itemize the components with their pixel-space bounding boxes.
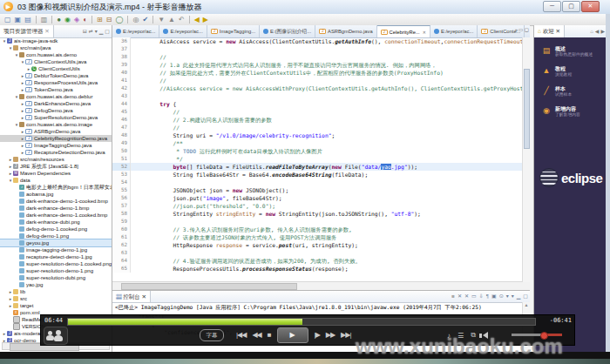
tree-item[interactable]: ▾com.huawei.ais.demo — [0, 51, 112, 58]
save-icon[interactable]: ▣ — [13, 15, 24, 25]
welcome-item-new[interactable]: ◉新增内容了解新增内容 — [541, 106, 607, 118]
tree-item[interactable]: ▸JDarkEnhanceDemo.java — [0, 100, 112, 107]
last-edit-location-icon[interactable]: ↶ — [177, 15, 186, 25]
close-button[interactable]: ✕ — [581, 1, 600, 12]
tree-item[interactable]: aobama.jpg — [0, 191, 112, 198]
forward-icon[interactable]: ▶ — [201, 15, 210, 25]
console-tab[interactable]: ▦ 控制台 ✕ — [112, 291, 151, 302]
tree-item[interactable]: ▾JClientContextUtils.java — [0, 58, 112, 65]
pin-console-icon[interactable]: ⊙ — [499, 293, 504, 299]
prev-annotation-icon[interactable]: ▲ — [166, 15, 177, 25]
welcome-item-wand[interactable]: ╱样本试用样本 — [541, 86, 607, 98]
coverage-icon[interactable]: ◐ — [81, 15, 89, 25]
view-menu-icon[interactable]: ▾ — [95, 29, 98, 34]
editor-tab[interactable]: JCelebrityRe...✕ — [377, 25, 430, 37]
tree-item[interactable]: ▸JImageTaggingDemo.java — [0, 142, 112, 149]
minimize-button[interactable]: ─ — [543, 1, 561, 12]
welcome-item-cap[interactable]: ▲教程浏览教程 — [541, 66, 607, 78]
tree-item[interactable]: ▸JASRBgmDemo.java — [0, 128, 112, 135]
debug-icon[interactable]: ● — [55, 15, 63, 25]
avatar-button[interactable] — [44, 327, 68, 345]
tree-item[interactable]: ▸JResponseProcessUtils.java — [0, 79, 112, 86]
tree-item[interactable]: ▸JJRE 系统库 [JavaSE-1.8] — [0, 163, 112, 170]
minimize-icon[interactable]: ▁ — [517, 293, 521, 299]
editor-hscrollbar[interactable] — [112, 281, 530, 290]
maximize-button[interactable]: ▢ — [562, 1, 580, 12]
play-button[interactable]: ▶ — [277, 327, 308, 343]
code-editor[interactable]: E:/eyepor/ac...E:/eyepor/ac...JImageTagg… — [112, 25, 530, 290]
clear-console-icon[interactable]: ▭ — [471, 293, 477, 299]
editor-tab[interactable]: JASRBgmDemo.java — [315, 25, 377, 37]
run-icon[interactable]: ◉ — [63, 15, 72, 25]
video-frame[interactable]: ▢▣▤▥●◉◈◐⊞⊟◯◎✔▼▲↶◀▶ 项目资源管理器 ✕ ⊟⇄▾▁▢ ▾Jais… — [0, 14, 610, 352]
task-icon[interactable]: ✔ — [140, 15, 150, 25]
back-icon[interactable]: ◀ — [193, 15, 201, 25]
tree-item[interactable]: ♪电影史上最经典的bgm！日本黑帮女老大霸气出场 — [0, 184, 112, 191]
minimize-panel-icon[interactable]: ▁ — [99, 29, 104, 34]
tree-item[interactable]: ▸JCelebrityRecognitionDemo.java — [0, 135, 112, 142]
terminate-icon[interactable]: ■ — [451, 293, 455, 299]
tree-item[interactable]: geyou.jpg — [0, 239, 112, 246]
welcome-tab[interactable]: ⌂ 欢迎 ✕ — [534, 25, 565, 37]
tree-item[interactable]: ▸lib — [0, 288, 112, 295]
tree-item[interactable]: ▸JSuperResolutionDemo.java — [0, 114, 112, 121]
next-annotation-icon[interactable]: ▼ — [156, 15, 166, 25]
tree-item[interactable]: defog-demo-1.png — [0, 233, 112, 239]
tree-item[interactable]: ▾Jais-image-java-sdk — [0, 37, 112, 44]
back-icon[interactable]: ◀ — [595, 29, 600, 34]
show-stdout-icon[interactable]: ▣ — [491, 293, 497, 299]
scroll-lock-icon[interactable]: ⇩ — [479, 293, 484, 299]
home-icon[interactable]: ⌂ — [590, 29, 593, 34]
editor-tab[interactable]: E:(图像识别介绍... — [260, 25, 315, 37]
open-console-icon[interactable]: ▾ — [512, 293, 514, 299]
tree-item[interactable]: defog-demo-1.cooked.png — [0, 226, 112, 233]
welcome-item-book[interactable]: ▤概述获取熟悉部件的概述 — [541, 46, 607, 57]
tree-item[interactable]: super-resolution-demo-1.cooked.png — [0, 260, 112, 267]
editor-minmax-icons[interactable]: ▭ ▢ — [518, 27, 529, 32]
tab-overflow-icon[interactable]: » — [515, 27, 518, 32]
tree-item[interactable]: ▾src/main/java — [0, 44, 112, 51]
tree-item[interactable]: ▸CClientContextUtils — [0, 65, 112, 72]
editor-tab[interactable]: E:/eyepor/ac... — [159, 25, 207, 37]
tree-item[interactable]: dark-enhance-demo-1-cooked.bmp — [0, 198, 112, 205]
print-icon[interactable]: ▥ — [39, 15, 50, 25]
rewind-button[interactable]: ◀◀ — [252, 327, 261, 343]
progress-bar[interactable] — [67, 318, 536, 326]
tree-item[interactable]: ▾com.huawei.ais.demo.image — [0, 121, 112, 128]
editor-tab[interactable]: JImageTagging... — [207, 25, 260, 37]
word-wrap-icon[interactable]: ¶ — [486, 293, 489, 299]
next-button[interactable]: ▶▶| — [341, 327, 350, 343]
tree-item[interactable]: ▸JDefogDemo.java — [0, 107, 112, 114]
tree-item[interactable]: ▸MMaven Dependencies — [0, 170, 112, 177]
new-wizard-icon[interactable]: ▢ — [3, 15, 13, 25]
editor-tab[interactable]: E:/eyepor/ac... — [430, 25, 478, 37]
project-explorer-tab[interactable]: 项目资源管理器 ✕ — [0, 25, 54, 37]
editor-tab[interactable]: E:/eyepor/ac... — [112, 25, 159, 37]
tree-item[interactable]: ▸JDeblurTokenDemo.java — [0, 72, 112, 79]
tree-item[interactable]: dark-enhance-demo-1.bmp — [0, 205, 112, 212]
stop-button[interactable]: ■ — [268, 327, 271, 343]
save-all-icon[interactable]: ▤ — [23, 15, 33, 25]
tree-item[interactable]: yao.jpg — [0, 281, 112, 288]
frame-step-button[interactable]: |▶ — [315, 327, 320, 343]
new-class-icon[interactable]: ◯ — [113, 15, 125, 25]
link-editor-icon[interactable]: ⇄ — [89, 29, 93, 34]
tree-item[interactable]: ▸JRecaptureDetectionDemo.java — [0, 149, 112, 156]
new-package-icon[interactable]: ⊟ — [105, 15, 114, 25]
tree-item[interactable]: image-tagging-demo-1.jpg — [0, 246, 112, 253]
tree-item[interactable]: ▸JTokenDemo.java — [0, 86, 112, 93]
tree-item[interactable]: ▸target — [0, 302, 112, 309]
maximize-icon[interactable]: ▢ — [523, 293, 528, 299]
code-area[interactable]: 36 AisAccess service = new AisAccess(Cli… — [112, 37, 530, 282]
tree-item[interactable]: ▾com.huawei.ais.demo.deblur — [0, 93, 112, 100]
remove-all-icon[interactable]: ✕ — [464, 293, 469, 299]
run-history-icon[interactable]: ◈ — [72, 15, 81, 25]
tree-item[interactable]: dark-enhance-dubi.png — [0, 219, 112, 226]
tree-item[interactable]: ▸src — [0, 295, 112, 302]
display-selected-icon[interactable]: ▾ — [506, 293, 509, 299]
close-tab-icon[interactable]: ✕ — [423, 30, 426, 35]
fast-forward-button[interactable]: ▶▶ — [326, 327, 335, 343]
tree-item[interactable]: super-resolution-demo-1.png — [0, 267, 112, 274]
tree-item[interactable]: recapture-detect-demo-1.jpg — [0, 253, 112, 260]
previous-button[interactable]: |◀◀ — [236, 327, 246, 343]
